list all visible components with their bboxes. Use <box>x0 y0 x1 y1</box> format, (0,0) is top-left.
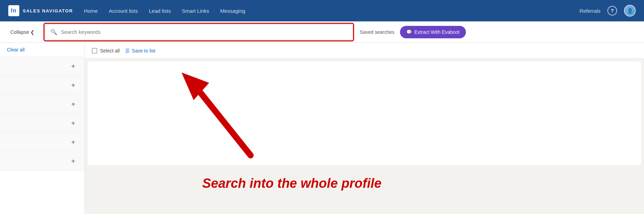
search-box-highlighted: 🔍 <box>43 23 354 41</box>
select-all-wrapper: Select all <box>92 48 120 54</box>
annotation-text: Search into the whole profile <box>202 176 381 191</box>
sidebar: Clear all + + + + + + <box>0 43 85 214</box>
extract-label: Extract With Evaboot <box>414 29 460 35</box>
filter-item-5: + <box>0 133 85 152</box>
avatar-image: 👤 <box>625 6 635 16</box>
brand-logo[interactable]: In SALES NAVIGATOR <box>8 5 73 16</box>
filter-expand-3[interactable]: + <box>69 100 78 109</box>
help-button[interactable]: ? <box>607 6 617 16</box>
clear-all-button[interactable]: Clear all <box>0 43 85 57</box>
select-all-checkbox[interactable] <box>92 48 97 54</box>
collapse-button[interactable]: Collapse ❮ <box>7 27 38 37</box>
search-input[interactable] <box>61 29 347 35</box>
filter-item-1: + <box>0 57 85 76</box>
nav-account-lists[interactable]: Account lists <box>109 8 138 14</box>
saved-searches-button[interactable]: Saved searches <box>360 29 394 35</box>
nav-smart-links[interactable]: Smart Links <box>182 8 209 14</box>
main-content: Select all ☰ Save to list <box>85 43 644 214</box>
content-area: Clear all + + + + + + Select all ☰ <box>0 43 644 214</box>
results-card <box>88 61 641 165</box>
filter-expand-5[interactable]: + <box>69 138 78 147</box>
filter-item-4: + <box>0 114 85 133</box>
search-box: 🔍 <box>45 25 352 40</box>
save-to-list-button[interactable]: ☰ Save to list <box>125 48 155 54</box>
referrals-link[interactable]: Referrals <box>579 8 601 14</box>
filter-expand-6[interactable]: + <box>69 157 78 166</box>
user-avatar[interactable]: 👤 <box>624 5 636 17</box>
save-to-list-label: Save to list <box>132 48 155 54</box>
nav-lead-lists[interactable]: Lead lists <box>149 8 171 14</box>
nav-right: Referrals ? 👤 <box>579 5 636 17</box>
filter-item-2: + <box>0 76 85 95</box>
select-all-label[interactable]: Select all <box>100 48 120 54</box>
nav-messaging[interactable]: Messaging <box>220 8 245 14</box>
filter-expand-4[interactable]: + <box>69 119 78 128</box>
extract-icon: 💬 <box>406 29 412 35</box>
list-icon: ☰ <box>125 48 130 54</box>
filter-expand-1[interactable]: + <box>69 62 78 71</box>
extract-button[interactable]: 💬 Extract With Evaboot <box>400 26 466 38</box>
top-nav: In SALES NAVIGATOR Home Account lists Le… <box>0 0 644 21</box>
nav-links: Home Account lists Lead lists Smart Link… <box>84 8 568 14</box>
filter-item-6: + <box>0 152 85 171</box>
results-area: Search into the whole profile <box>85 59 644 214</box>
brand-name: SALES NAVIGATOR <box>23 8 73 13</box>
filter-item-3: + <box>0 95 85 114</box>
filter-expand-2[interactable]: + <box>69 81 78 90</box>
search-icon: 🔍 <box>50 29 57 35</box>
nav-home[interactable]: Home <box>84 8 98 14</box>
toolbar-row: Select all ☰ Save to list <box>85 43 644 59</box>
sub-nav: Collapse ❮ 🔍 Saved searches 💬 Extract Wi… <box>0 21 644 43</box>
li-icon: In <box>8 5 19 16</box>
